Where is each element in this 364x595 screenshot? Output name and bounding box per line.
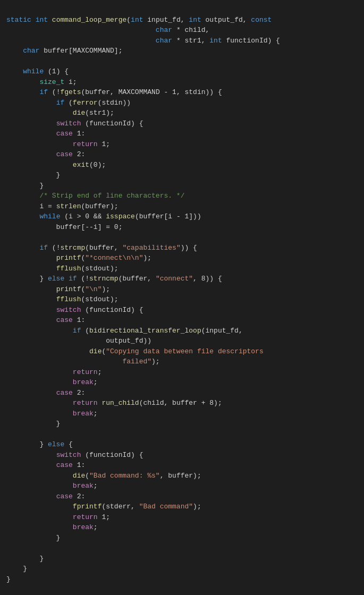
token-kw2: case bbox=[56, 461, 73, 469]
token-plain: ; bbox=[94, 378, 98, 386]
line: if (ferror(stdin)) bbox=[0, 98, 364, 108]
line: fflush(stdout); bbox=[0, 264, 364, 274]
token-plain: } bbox=[6, 534, 60, 542]
token-plain: ; bbox=[94, 523, 98, 531]
token-plain: (child, buffer + 8); bbox=[139, 399, 222, 407]
token-plain: ; bbox=[98, 368, 102, 376]
token-kw2: break bbox=[73, 410, 94, 418]
token-kw2: case bbox=[56, 316, 73, 324]
line: } else if (!strncmp(buffer, "connect", 8… bbox=[0, 274, 364, 284]
token-plain: } bbox=[6, 555, 44, 563]
token-plain: i; bbox=[64, 78, 77, 86]
token-type: size_t bbox=[39, 78, 64, 86]
line: } bbox=[0, 419, 364, 429]
token-plain bbox=[6, 37, 156, 45]
token-plain: (stderr, bbox=[101, 503, 139, 511]
token-fn: fprintf bbox=[73, 503, 102, 511]
token-plain: buffer[--i] = 0; bbox=[6, 223, 122, 231]
token-plain bbox=[6, 368, 73, 376]
token-plain bbox=[6, 306, 56, 314]
line: die("Copying data between file descripto… bbox=[0, 346, 364, 357]
token-plain bbox=[6, 265, 56, 273]
line: case 2: bbox=[0, 149, 364, 160]
line: return 1; bbox=[0, 512, 364, 523]
token-str: "capabilities" bbox=[122, 244, 180, 252]
token-plain bbox=[6, 295, 56, 303]
line: return run_child(child, buffer + 8); bbox=[0, 398, 364, 409]
token-plain: (functionId) { bbox=[81, 306, 143, 314]
token-plain bbox=[6, 212, 39, 220]
token-plain bbox=[6, 472, 73, 480]
line: break; bbox=[0, 409, 364, 419]
token-plain bbox=[6, 461, 56, 469]
token-plain: 1: bbox=[73, 130, 85, 138]
token-plain: ); bbox=[101, 285, 110, 293]
line: if (bidirectional_transfer_loop(input_fd… bbox=[0, 326, 364, 336]
token-plain: , 8)) { bbox=[193, 275, 222, 283]
line bbox=[0, 584, 364, 595]
token-fn: printf bbox=[56, 254, 81, 262]
token-plain: ); bbox=[193, 503, 201, 511]
token-plain: 1; bbox=[98, 140, 110, 148]
token-plain: (buffer[i - 1])) bbox=[135, 212, 201, 220]
token-plain bbox=[6, 150, 56, 158]
token-plain: } bbox=[6, 182, 44, 190]
token-plain: i = bbox=[6, 202, 56, 210]
line: case 2: bbox=[0, 388, 364, 398]
token-kw2: switch bbox=[56, 451, 81, 459]
token-plain: } bbox=[6, 575, 11, 583]
token-kw2: switch bbox=[56, 120, 81, 128]
line: return 1; bbox=[0, 139, 364, 150]
token-plain: functionId) { bbox=[222, 37, 280, 45]
line bbox=[0, 56, 364, 67]
token-kw: int bbox=[189, 16, 201, 24]
line: buffer[--i] = 0; bbox=[0, 222, 364, 233]
line: while (i > 0 && isspace(buffer[i - 1])) bbox=[0, 211, 364, 222]
token-plain bbox=[6, 410, 73, 418]
code-viewer: static int command_loop_merge(int input_… bbox=[0, 0, 364, 595]
token-kw2: return bbox=[73, 368, 98, 376]
token-plain bbox=[48, 16, 52, 24]
token-plain: } bbox=[6, 440, 48, 448]
line: case 1: bbox=[0, 315, 364, 326]
token-fn: fflush bbox=[56, 265, 81, 273]
line: switch (functionId) { bbox=[0, 450, 364, 461]
token-kw: else bbox=[48, 440, 64, 448]
token-kw2: return bbox=[73, 140, 98, 148]
token-plain: (buffer, bbox=[85, 244, 122, 252]
token-plain bbox=[6, 316, 56, 324]
token-plain: ); bbox=[151, 358, 160, 366]
line: break; bbox=[0, 377, 364, 388]
token-plain bbox=[6, 285, 56, 293]
token-plain: (input_fd, bbox=[201, 327, 243, 335]
token-plain bbox=[6, 523, 73, 531]
token-plain: 2: bbox=[73, 150, 85, 158]
token-str: "Bad command" bbox=[139, 503, 193, 511]
token-plain: (stdout); bbox=[81, 295, 118, 303]
token-kw: while bbox=[39, 212, 60, 220]
token-plain: (str1); bbox=[85, 109, 114, 117]
token-plain: ( bbox=[126, 16, 131, 24]
token-plain: * str1, bbox=[172, 37, 209, 45]
token-plain bbox=[6, 109, 73, 117]
token-fn: fgets bbox=[60, 88, 81, 96]
token-plain: (stdout); bbox=[81, 265, 118, 273]
token-kw: if bbox=[39, 88, 48, 96]
token-plain bbox=[6, 254, 56, 262]
line: failed"); bbox=[0, 356, 364, 367]
token-plain bbox=[6, 130, 56, 138]
token-plain bbox=[6, 140, 73, 148]
token-kw2: return bbox=[73, 513, 98, 521]
token-kw2: case bbox=[56, 389, 73, 397]
token-kw2: case bbox=[56, 492, 73, 500]
line: case 2: bbox=[0, 491, 364, 502]
token-kw: const bbox=[251, 16, 272, 24]
token-fn: exit bbox=[73, 161, 89, 169]
token-plain bbox=[6, 99, 56, 107]
token-plain bbox=[6, 378, 73, 386]
token-plain bbox=[6, 327, 73, 335]
token-fn: strlen bbox=[56, 202, 81, 210]
token-fn: strcmp bbox=[60, 244, 85, 252]
token-plain: (functionId) { bbox=[81, 120, 143, 128]
line: if (!fgets(buffer, MAXCOMMAND - 1, stdin… bbox=[0, 87, 364, 98]
